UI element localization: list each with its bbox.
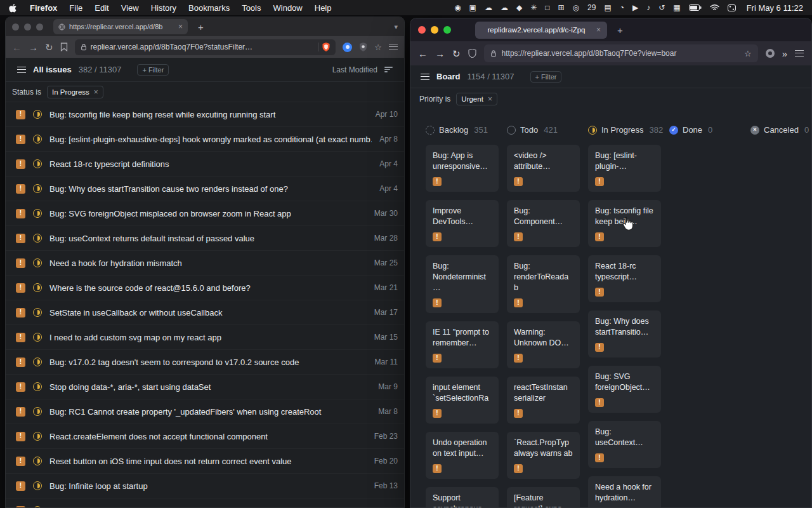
apple-menu-icon[interactable]	[9, 3, 18, 13]
new-tab-button[interactable]: +	[198, 22, 204, 32]
cloud-upload-icon[interactable]: ☁	[485, 4, 492, 11]
menu-bookmarks[interactable]: Bookmarks	[188, 3, 230, 13]
battery-icon[interactable]	[689, 4, 702, 11]
issue-row[interactable]: ! Bug: v17.0.2 tag doesn't seem to corre…	[6, 350, 404, 375]
screen-record-icon[interactable]: ◉	[454, 4, 461, 11]
issue-card[interactable]: Bug: renderToReadab !	[507, 255, 580, 313]
issue-card[interactable]: input element `setSelectionRa !	[426, 377, 499, 424]
back-button[interactable]: ←	[12, 43, 22, 52]
filter-chip[interactable]: In Progress ×	[47, 86, 103, 98]
browser-tab[interactable]: replidraw2.vercel.app/d/c-iZpq ×	[475, 22, 607, 39]
cloud-icon[interactable]: ☁	[501, 4, 508, 11]
issue-card[interactable]: Support asynchronous… !	[426, 487, 499, 508]
issue-row[interactable]: ! Bug: SVG foreignObject misplaced on br…	[6, 201, 404, 226]
menu-edit[interactable]: Edit	[95, 3, 108, 13]
issue-row[interactable]: ! Where is the source code of react@15.6…	[6, 276, 404, 300]
menu-history[interactable]: History	[151, 3, 176, 13]
issue-card[interactable]: Bug: Nondeterminist… !	[426, 255, 499, 313]
issue-row[interactable]: ! Reset button on iOS time input does no…	[6, 449, 404, 474]
issue-row[interactable]: ! SetState in useCallback or without use…	[6, 300, 404, 325]
menu-view[interactable]: View	[121, 3, 139, 13]
issue-row[interactable]: ! I need to add custom svg map on my rea…	[6, 325, 404, 350]
bookmark-star-icon[interactable]: ☆	[744, 50, 752, 58]
tracking-protection-shield-icon[interactable]	[468, 49, 476, 58]
issue-card[interactable]: Bug: App is unresponsive… !	[426, 145, 499, 192]
overflow-chevrons-icon[interactable]: »	[782, 49, 787, 58]
sidebar-toggle-icon[interactable]	[17, 67, 26, 73]
remove-filter-icon[interactable]: ×	[488, 95, 492, 104]
grid-icon[interactable]: ▦	[673, 4, 680, 11]
window-icon[interactable]: □	[545, 4, 549, 11]
issue-card[interactable]: Bug: useContext… !	[588, 421, 661, 468]
extension-icon[interactable]	[766, 49, 775, 58]
issue-card[interactable]: <video /> attribute… !	[507, 145, 580, 192]
minimize-window-button[interactable]	[431, 26, 438, 34]
launchpad-icon[interactable]: ⊞	[558, 4, 565, 11]
menu-file[interactable]: File	[69, 3, 82, 13]
issue-card[interactable]: IE 11 "prompt to remember… !	[426, 321, 499, 368]
display-icon[interactable]: ▤	[604, 4, 611, 11]
wifi-icon[interactable]	[710, 4, 719, 11]
issue-card[interactable]: Bug: [eslint-plugin-… !	[588, 145, 661, 192]
issue-row[interactable]: ! Bug: RC1 Cannot create property '_upda…	[6, 399, 404, 424]
control-center-icon[interactable]	[728, 4, 736, 11]
issue-card[interactable]: [Feature request] expo… !	[507, 487, 580, 508]
tab-list-dropdown-icon[interactable]: ▾	[394, 23, 398, 30]
snowflake-icon[interactable]: ✳	[530, 4, 537, 11]
calendar-29-icon[interactable]: 29	[587, 4, 596, 11]
issue-card[interactable]: Improve DevTools… !	[426, 200, 499, 247]
filter-chip[interactable]: Urgent ×	[456, 93, 497, 105]
zoom-window-button[interactable]	[443, 26, 451, 34]
close-tab-icon[interactable]: ×	[178, 22, 183, 31]
issue-row[interactable]: ! Need a hook for hydration mismatch Mar…	[6, 251, 404, 276]
issue-card[interactable]: Warning: Unknown DO… !	[507, 321, 580, 368]
menu-bar-clock[interactable]: Fri May 6 11:22	[747, 3, 803, 13]
menu-app-name[interactable]: Firefox	[30, 3, 57, 13]
new-tab-button[interactable]: +	[617, 25, 623, 36]
camera-icon[interactable]: ▣	[469, 4, 476, 11]
extensions-icon[interactable]: ☆	[374, 43, 382, 51]
browser-menu-icon[interactable]	[389, 44, 398, 50]
play-icon[interactable]: ▶	[632, 4, 638, 11]
address-bar[interactable]: repliear.vercel.app/d/8bTaoq7F0e?statusF…	[75, 39, 336, 55]
issue-row[interactable]: ! Bug: [eslint-plugin-exhaustive-deps] h…	[6, 127, 404, 152]
issue-row[interactable]: ! Bug: Infinite loop at startup Feb 13	[6, 474, 404, 498]
browser-tab[interactable]: https://repliear.vercel.app/d/8b ×	[53, 19, 188, 34]
droplet-icon[interactable]: ◆	[516, 4, 522, 11]
forward-button[interactable]: →	[435, 49, 445, 58]
issue-card[interactable]: Bug: Why does startTransitio… !	[588, 311, 661, 358]
menu-help[interactable]: Help	[315, 3, 332, 13]
issue-card[interactable]: Need a hook for hydration… !	[588, 476, 661, 508]
music-icon[interactable]: ♪	[646, 4, 650, 11]
sidebar-toggle-icon[interactable]	[421, 74, 429, 80]
close-tab-icon[interactable]: ×	[596, 25, 601, 34]
issue-card[interactable]: `React.PropTyp always warns ab !	[507, 432, 580, 479]
issue-row[interactable]: ! Bug: useContext returns default instea…	[6, 226, 404, 251]
remove-filter-icon[interactable]: ×	[94, 88, 98, 97]
sort-icon[interactable]	[384, 67, 393, 72]
menu-tools[interactable]: Tools	[242, 3, 261, 13]
reload-button[interactable]: ↻	[452, 49, 461, 58]
close-window-button[interactable]	[12, 23, 19, 30]
issue-row[interactable]: ! React 18-rc typescript definitions Apr…	[6, 152, 404, 177]
history-icon[interactable]: ↺	[658, 4, 665, 11]
add-filter-button[interactable]: + Filter	[137, 64, 169, 76]
back-button[interactable]: ←	[418, 49, 428, 58]
target-icon[interactable]: ◎	[573, 4, 579, 11]
minimize-window-button[interactable]	[24, 23, 31, 30]
reload-button[interactable]: ↻	[45, 43, 53, 52]
issue-card[interactable]: React 18-rc typescript… !	[588, 255, 661, 302]
brave-shield-icon[interactable]	[322, 43, 330, 51]
issue-row[interactable]: ! React.createElement does not accept fu…	[6, 424, 404, 449]
reader-mode-icon[interactable]	[343, 43, 352, 52]
close-window-button[interactable]	[418, 26, 426, 34]
issue-card[interactable]: reactTestInstan serializer !	[507, 377, 580, 424]
address-bar[interactable]: https://repliear.vercel.app/d/8bTaoq7F0e…	[484, 44, 758, 62]
issue-card[interactable]: Bug: Component… !	[507, 200, 580, 247]
issue-card[interactable]: Undo operation on text input… !	[426, 432, 499, 479]
issue-row[interactable]: ! [DevTools Bug] Unsupported Bridge oper…	[6, 498, 404, 508]
issue-row[interactable]: ! Stop doing data-*, aria-*, start using…	[6, 375, 404, 399]
issue-row[interactable]: ! Bug: tsconfig file keep being reset wh…	[6, 102, 404, 127]
menu-window[interactable]: Window	[273, 3, 303, 13]
browser-menu-icon[interactable]	[795, 50, 804, 57]
